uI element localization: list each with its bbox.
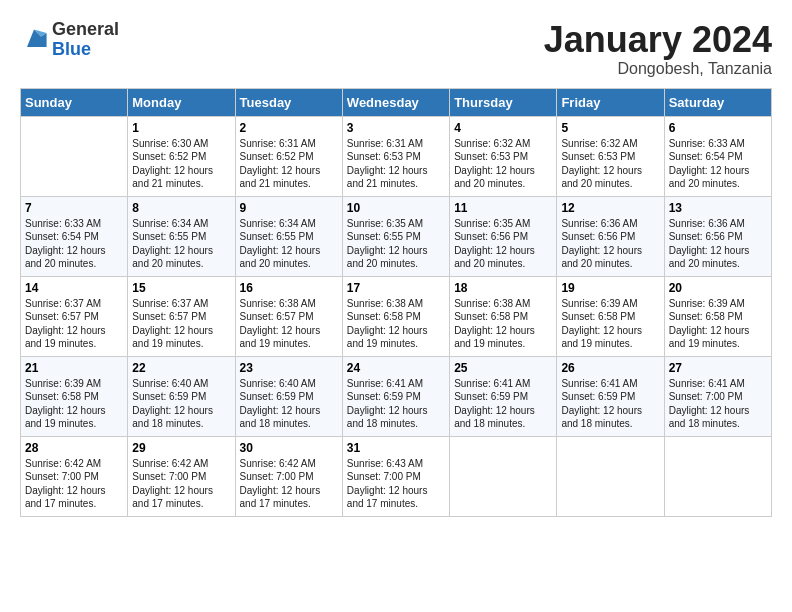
calendar-cell: 6Sunrise: 6:33 AM Sunset: 6:54 PM Daylig… [664,116,771,196]
header-day-saturday: Saturday [664,88,771,116]
calendar-cell: 11Sunrise: 6:35 AM Sunset: 6:56 PM Dayli… [450,196,557,276]
day-number: 25 [454,361,552,375]
logo-blue: Blue [52,40,119,60]
calendar-cell: 14Sunrise: 6:37 AM Sunset: 6:57 PM Dayli… [21,276,128,356]
day-info: Sunrise: 6:32 AM Sunset: 6:53 PM Dayligh… [454,137,552,191]
day-number: 14 [25,281,123,295]
day-number: 18 [454,281,552,295]
calendar-cell: 29Sunrise: 6:42 AM Sunset: 7:00 PM Dayli… [128,436,235,516]
day-number: 17 [347,281,445,295]
calendar-cell: 2Sunrise: 6:31 AM Sunset: 6:52 PM Daylig… [235,116,342,196]
calendar-cell: 25Sunrise: 6:41 AM Sunset: 6:59 PM Dayli… [450,356,557,436]
title-area: January 2024 Dongobesh, Tanzania [544,20,772,78]
day-number: 13 [669,201,767,215]
day-number: 19 [561,281,659,295]
day-info: Sunrise: 6:40 AM Sunset: 6:59 PM Dayligh… [240,377,338,431]
header-day-monday: Monday [128,88,235,116]
day-number: 10 [347,201,445,215]
day-info: Sunrise: 6:41 AM Sunset: 6:59 PM Dayligh… [347,377,445,431]
day-info: Sunrise: 6:38 AM Sunset: 6:57 PM Dayligh… [240,297,338,351]
day-number: 21 [25,361,123,375]
day-info: Sunrise: 6:39 AM Sunset: 6:58 PM Dayligh… [561,297,659,351]
calendar-body: 1Sunrise: 6:30 AM Sunset: 6:52 PM Daylig… [21,116,772,516]
week-row-4: 21Sunrise: 6:39 AM Sunset: 6:58 PM Dayli… [21,356,772,436]
calendar-cell: 12Sunrise: 6:36 AM Sunset: 6:56 PM Dayli… [557,196,664,276]
day-number: 15 [132,281,230,295]
header-day-friday: Friday [557,88,664,116]
day-number: 16 [240,281,338,295]
logo-icon [20,26,48,54]
day-info: Sunrise: 6:30 AM Sunset: 6:52 PM Dayligh… [132,137,230,191]
week-row-5: 28Sunrise: 6:42 AM Sunset: 7:00 PM Dayli… [21,436,772,516]
day-info: Sunrise: 6:33 AM Sunset: 6:54 PM Dayligh… [25,217,123,271]
day-number: 3 [347,121,445,135]
day-number: 27 [669,361,767,375]
week-row-1: 1Sunrise: 6:30 AM Sunset: 6:52 PM Daylig… [21,116,772,196]
header-day-sunday: Sunday [21,88,128,116]
day-info: Sunrise: 6:39 AM Sunset: 6:58 PM Dayligh… [669,297,767,351]
day-number: 28 [25,441,123,455]
logo: General Blue [20,20,119,60]
day-number: 22 [132,361,230,375]
calendar-cell: 16Sunrise: 6:38 AM Sunset: 6:57 PM Dayli… [235,276,342,356]
day-number: 31 [347,441,445,455]
calendar-cell: 8Sunrise: 6:34 AM Sunset: 6:55 PM Daylig… [128,196,235,276]
day-number: 26 [561,361,659,375]
calendar-cell: 19Sunrise: 6:39 AM Sunset: 6:58 PM Dayli… [557,276,664,356]
calendar-cell: 21Sunrise: 6:39 AM Sunset: 6:58 PM Dayli… [21,356,128,436]
day-info: Sunrise: 6:35 AM Sunset: 6:56 PM Dayligh… [454,217,552,271]
logo-text: General Blue [52,20,119,60]
day-info: Sunrise: 6:37 AM Sunset: 6:57 PM Dayligh… [132,297,230,351]
day-number: 9 [240,201,338,215]
header-day-thursday: Thursday [450,88,557,116]
calendar-cell: 9Sunrise: 6:34 AM Sunset: 6:55 PM Daylig… [235,196,342,276]
calendar-cell: 4Sunrise: 6:32 AM Sunset: 6:53 PM Daylig… [450,116,557,196]
day-info: Sunrise: 6:37 AM Sunset: 6:57 PM Dayligh… [25,297,123,351]
calendar-cell: 10Sunrise: 6:35 AM Sunset: 6:55 PM Dayli… [342,196,449,276]
day-number: 20 [669,281,767,295]
calendar-cell: 28Sunrise: 6:42 AM Sunset: 7:00 PM Dayli… [21,436,128,516]
day-info: Sunrise: 6:31 AM Sunset: 6:53 PM Dayligh… [347,137,445,191]
day-info: Sunrise: 6:36 AM Sunset: 6:56 PM Dayligh… [561,217,659,271]
calendar-cell: 20Sunrise: 6:39 AM Sunset: 6:58 PM Dayli… [664,276,771,356]
day-info: Sunrise: 6:43 AM Sunset: 7:00 PM Dayligh… [347,457,445,511]
day-info: Sunrise: 6:39 AM Sunset: 6:58 PM Dayligh… [25,377,123,431]
calendar-cell: 15Sunrise: 6:37 AM Sunset: 6:57 PM Dayli… [128,276,235,356]
calendar-cell [664,436,771,516]
calendar-cell: 17Sunrise: 6:38 AM Sunset: 6:58 PM Dayli… [342,276,449,356]
logo-general: General [52,20,119,40]
day-number: 29 [132,441,230,455]
calendar-cell: 27Sunrise: 6:41 AM Sunset: 7:00 PM Dayli… [664,356,771,436]
calendar-header: SundayMondayTuesdayWednesdayThursdayFrid… [21,88,772,116]
header-day-wednesday: Wednesday [342,88,449,116]
day-number: 2 [240,121,338,135]
header-day-tuesday: Tuesday [235,88,342,116]
day-number: 11 [454,201,552,215]
week-row-3: 14Sunrise: 6:37 AM Sunset: 6:57 PM Dayli… [21,276,772,356]
day-number: 7 [25,201,123,215]
day-number: 12 [561,201,659,215]
calendar-cell [450,436,557,516]
day-info: Sunrise: 6:33 AM Sunset: 6:54 PM Dayligh… [669,137,767,191]
calendar-cell: 18Sunrise: 6:38 AM Sunset: 6:58 PM Dayli… [450,276,557,356]
calendar-cell: 24Sunrise: 6:41 AM Sunset: 6:59 PM Dayli… [342,356,449,436]
day-info: Sunrise: 6:38 AM Sunset: 6:58 PM Dayligh… [454,297,552,351]
day-number: 6 [669,121,767,135]
day-info: Sunrise: 6:31 AM Sunset: 6:52 PM Dayligh… [240,137,338,191]
day-number: 8 [132,201,230,215]
month-year-title: January 2024 [544,20,772,60]
page-header: General Blue January 2024 Dongobesh, Tan… [20,20,772,78]
calendar-cell: 26Sunrise: 6:41 AM Sunset: 6:59 PM Dayli… [557,356,664,436]
calendar-cell: 7Sunrise: 6:33 AM Sunset: 6:54 PM Daylig… [21,196,128,276]
calendar-cell: 30Sunrise: 6:42 AM Sunset: 7:00 PM Dayli… [235,436,342,516]
day-number: 4 [454,121,552,135]
day-info: Sunrise: 6:42 AM Sunset: 7:00 PM Dayligh… [25,457,123,511]
day-info: Sunrise: 6:32 AM Sunset: 6:53 PM Dayligh… [561,137,659,191]
day-info: Sunrise: 6:42 AM Sunset: 7:00 PM Dayligh… [240,457,338,511]
calendar-cell: 3Sunrise: 6:31 AM Sunset: 6:53 PM Daylig… [342,116,449,196]
calendar-table: SundayMondayTuesdayWednesdayThursdayFrid… [20,88,772,517]
day-info: Sunrise: 6:41 AM Sunset: 7:00 PM Dayligh… [669,377,767,431]
day-info: Sunrise: 6:38 AM Sunset: 6:58 PM Dayligh… [347,297,445,351]
day-info: Sunrise: 6:34 AM Sunset: 6:55 PM Dayligh… [132,217,230,271]
calendar-cell: 31Sunrise: 6:43 AM Sunset: 7:00 PM Dayli… [342,436,449,516]
